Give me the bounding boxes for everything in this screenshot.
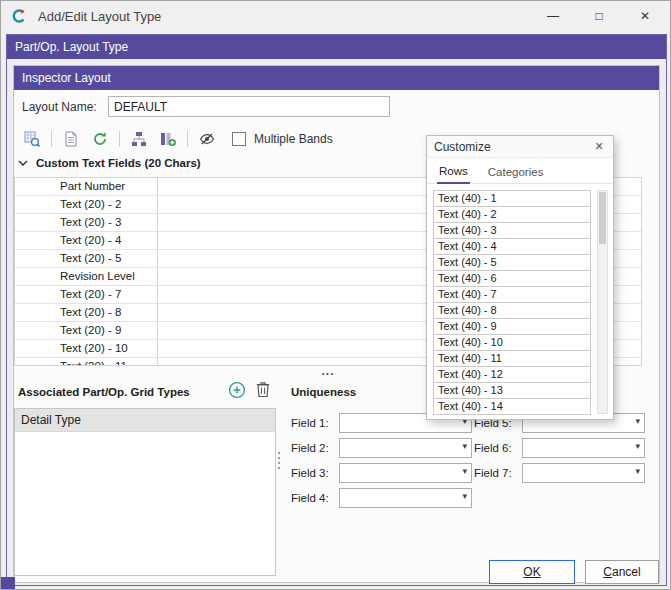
grid-row-label[interactable]: Revision Level — [15, 268, 158, 285]
add-grid-type-button[interactable] — [228, 381, 246, 399]
dropdown-arrow-icon[interactable]: ▾ — [462, 491, 467, 501]
minimize-button[interactable]: — — [530, 1, 576, 31]
grid-row-label[interactable]: Text (20) - 7 — [15, 286, 158, 303]
dialog-window: Add/Edit Layout Type — □ ✕ Part/Op. Layo… — [0, 0, 671, 590]
toolbar-separator — [119, 131, 120, 147]
grid-row-label[interactable]: Part Number — [15, 178, 158, 195]
customize-scrollbar[interactable] — [597, 190, 608, 414]
custom-fields-section-title: Custom Text Fields (20 Chars) — [36, 157, 201, 169]
delete-grid-type-button[interactable] — [255, 380, 271, 398]
customize-tabs: RowsCategories — [427, 158, 613, 184]
customize-list-item[interactable]: Text (40) - 9 — [433, 318, 591, 335]
customize-title: Customize — [434, 140, 592, 154]
panel-header: Inspector Layout — [14, 66, 659, 90]
multiple-bands-checkbox[interactable] — [232, 132, 246, 146]
customize-list-item[interactable]: Text (40) - 13 — [433, 382, 591, 399]
grid-row-label[interactable]: Text (20) - 4 — [15, 232, 158, 249]
toolbar: Multiple Bands — [20, 126, 333, 152]
cancel-button[interactable]: Cancel — [585, 560, 659, 584]
group-header: Part/Op. Layout Type — [7, 35, 666, 59]
customize-list-item[interactable]: Text (40) - 7 — [433, 286, 591, 303]
customize-list-item[interactable]: Text (40) - 3 — [433, 222, 591, 239]
uniqueness-left: Field 1:▾Field 2:▾Field 3:▾Field 4:▾ — [291, 413, 472, 508]
toolbar-add-band-button[interactable] — [127, 127, 151, 151]
layout-name-row: Layout Name: — [22, 96, 390, 117]
uniqueness-field-row: Field 2:▾ — [291, 438, 472, 458]
customize-close-icon[interactable]: ✕ — [592, 140, 606, 154]
multiple-bands-option: Multiple Bands — [232, 132, 333, 146]
uniqueness-field-label: Field 2: — [291, 442, 339, 454]
customize-panel: Customize ✕ RowsCategories Text (40) - 1… — [426, 135, 614, 420]
customize-list-item[interactable]: Text (40) - 1 — [433, 190, 591, 207]
customize-tab-categories[interactable]: Categories — [486, 162, 546, 183]
maximize-button[interactable]: □ — [576, 1, 622, 31]
toolbar-search-button[interactable] — [20, 127, 44, 151]
grid-row-label[interactable]: Text (20) - 5 — [15, 250, 158, 267]
grid-row-label[interactable]: Text (20) - 3 — [15, 214, 158, 231]
dropdown-arrow-icon[interactable]: ▾ — [635, 466, 640, 476]
uniqueness-title: Uniqueness — [291, 386, 356, 398]
toolbar-separator — [187, 131, 188, 147]
associated-grid-types-title: Associated Part/Op. Grid Types — [18, 386, 190, 398]
customize-tab-rows[interactable]: Rows — [437, 161, 470, 184]
layout-name-label: Layout Name: — [22, 100, 108, 114]
uniqueness-field-combo[interactable]: ▾ — [522, 463, 645, 483]
uniqueness-field-row: Field 7:▾ — [474, 463, 645, 483]
window-title: Add/Edit Layout Type — [38, 9, 161, 24]
scrollbar-thumb[interactable] — [599, 192, 606, 244]
toolbar-refresh-button[interactable] — [88, 127, 112, 151]
uniqueness-field-combo[interactable]: ▾ — [339, 438, 472, 458]
customize-list-item[interactable]: Text (40) - 4 — [433, 238, 591, 255]
toolbar-separator — [51, 131, 52, 147]
dropdown-arrow-icon[interactable]: ▾ — [635, 441, 640, 451]
grid-row-label[interactable]: Text (20) - 8 — [15, 304, 158, 321]
customize-header: Customize ✕ — [427, 136, 613, 158]
uniqueness-field-combo[interactable]: ▾ — [339, 463, 472, 483]
document-icon — [63, 131, 79, 147]
customize-list-item[interactable]: Text (40) - 6 — [433, 270, 591, 287]
uniqueness-right: Field 5:▾Field 6:▾Field 7:▾ — [474, 413, 645, 483]
grid-row-label[interactable]: Text (20) - 9 — [15, 322, 158, 339]
multiple-bands-label: Multiple Bands — [254, 132, 333, 146]
customize-list-item[interactable]: Text (40) - 8 — [433, 302, 591, 319]
associated-list-item[interactable]: Detail Type — [15, 409, 275, 432]
uniqueness-field-label: Field 6: — [474, 442, 522, 454]
customize-list-item[interactable]: Text (40) - 12 — [433, 366, 591, 383]
close-button[interactable]: ✕ — [622, 1, 668, 31]
uniqueness-field-row: Field 6:▾ — [474, 438, 645, 458]
customize-list-item[interactable]: Text (40) - 14 — [433, 398, 591, 415]
title-bar: Add/Edit Layout Type — □ ✕ — [1, 1, 670, 31]
customize-list-item[interactable]: Text (40) - 10 — [433, 334, 591, 351]
grid-row-label[interactable]: Text (20) - 2 — [15, 196, 158, 213]
uniqueness-field-label: Field 1: — [291, 417, 339, 429]
custom-fields-section-header[interactable]: Custom Text Fields (20 Chars) — [18, 157, 201, 169]
resize-grip — [1, 577, 15, 590]
dropdown-arrow-icon[interactable]: ▾ — [462, 466, 467, 476]
refresh-icon — [92, 131, 108, 147]
dropdown-arrow-icon[interactable]: ▾ — [635, 416, 640, 426]
uniqueness-field-combo[interactable]: ▾ — [339, 488, 472, 508]
column-plus-icon — [160, 131, 176, 147]
grid-row-label[interactable]: Text (20) - 10 — [15, 340, 158, 357]
customize-list-item[interactable]: Text (40) - 11 — [433, 350, 591, 367]
associated-list[interactable]: Detail Type — [14, 408, 276, 576]
uniqueness-field-label: Field 3: — [291, 467, 339, 479]
customize-list-item[interactable]: Text (40) - 2 — [433, 206, 591, 223]
toolbar-document-button[interactable] — [59, 127, 83, 151]
window-controls: — □ ✕ — [530, 1, 668, 31]
toolbar-add-column-button[interactable] — [156, 127, 180, 151]
eye-slash-icon — [199, 131, 215, 147]
uniqueness-field-combo[interactable]: ▾ — [522, 438, 645, 458]
uniqueness-field-row: Field 4:▾ — [291, 488, 472, 508]
app-icon — [11, 8, 27, 24]
customize-list: Text (40) - 1Text (40) - 2Text (40) - 3T… — [433, 190, 591, 415]
grid-search-icon — [24, 131, 40, 147]
chevron-down-icon — [18, 160, 28, 166]
toolbar-visibility-button[interactable] — [195, 127, 219, 151]
vertical-splitter-handle[interactable] — [278, 452, 280, 469]
customize-list-item[interactable]: Text (40) - 5 — [433, 254, 591, 271]
dropdown-arrow-icon[interactable]: ▾ — [462, 441, 467, 451]
uniqueness-field-label: Field 7: — [474, 467, 522, 479]
layout-name-input[interactable] — [108, 96, 390, 117]
ok-button[interactable]: OK — [489, 560, 575, 584]
